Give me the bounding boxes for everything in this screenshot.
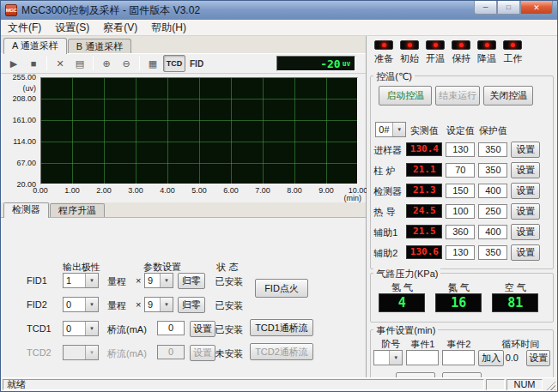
detector-measured-display: 21.3 <box>406 184 442 197</box>
nitrogen-pressure-display: 16 <box>435 293 482 312</box>
resize-grip[interactable] <box>544 379 555 390</box>
cycle-time-label: 循环时间 <box>499 338 542 351</box>
menu-file[interactable]: 文件(F) <box>1 20 48 35</box>
detector-table: 输出极性 参数设置 状 态 FID1 1 ▼ 量程 × 9 ▼ 归零 <box>1 218 366 379</box>
signal-value: -20 <box>320 57 340 70</box>
column-header-protect: 保护值 <box>476 124 509 137</box>
detector-set-button[interactable]: 设置 <box>511 183 540 199</box>
clear-button[interactable]: ✕ <box>51 55 70 72</box>
start-sampling-button[interactable]: ▶ <box>4 55 23 72</box>
dropdown-arrow-icon: ▼ <box>160 274 173 287</box>
status-led-initial: 初始 <box>399 40 420 65</box>
fid1-range-select[interactable]: 9 ▼ <box>144 273 173 288</box>
menu-view[interactable]: 察看(V) <box>96 20 144 35</box>
toolbar-separator <box>93 57 94 70</box>
snapshot-button[interactable]: ▦ <box>143 55 162 72</box>
x-tick: 7.00 <box>255 186 270 195</box>
fid2-polarity-select[interactable]: 0 ▼ <box>63 297 99 312</box>
maximize-icon: □ <box>506 3 511 11</box>
minimize-button[interactable]: ─ <box>474 1 497 15</box>
gas-label-hydrogen: 氢 气 <box>373 281 430 294</box>
fid2-range-value: 9 <box>145 298 160 311</box>
maximize-button[interactable]: □ <box>497 1 520 15</box>
led-indicator-icon <box>400 40 419 50</box>
fid1-zero-button[interactable]: 归零 <box>178 273 205 289</box>
event1-input[interactable] <box>406 350 439 365</box>
status-led-label: 保持 <box>452 52 470 65</box>
chromatogram-plot[interactable] <box>40 77 358 184</box>
bridge-current-label: 桥流(mA) <box>107 347 147 360</box>
x-tick: 2.00 <box>96 186 112 195</box>
tab-channel-a[interactable]: A 通道采样 <box>3 38 67 54</box>
dropdown-arrow-icon: ▼ <box>160 298 173 311</box>
detector-setpoint-input[interactable]: 150 <box>446 184 475 198</box>
detector-protect-input[interactable]: 400 <box>478 184 507 198</box>
status-led-cooling: 降温 <box>476 40 497 65</box>
stop-icon: ■ <box>31 58 37 69</box>
stop-sampling-button[interactable]: ■ <box>24 55 43 72</box>
aux2-protect-input[interactable]: 350 <box>478 245 507 260</box>
tab-temperature-program[interactable]: 程序升温 <box>50 203 105 217</box>
fid2-range-select[interactable]: 9 ▼ <box>144 297 173 312</box>
tcd2-bridge-input: 0 <box>157 345 185 359</box>
detector-panel: 检测器 程序升温 输出极性 参数设置 状 态 FID1 1 ▼ 量程 × <box>1 202 366 379</box>
column-oven-setpoint-input[interactable]: 70 <box>446 163 475 178</box>
menubar: 文件(F) 设置(S) 察看(V) 帮助(H) <box>1 20 557 36</box>
detector-row-label: TCD2 <box>27 347 52 358</box>
tcd-protect-input[interactable]: 250 <box>478 204 507 219</box>
injector-setpoint-input[interactable]: 130 <box>446 142 475 157</box>
range-label: 量程 <box>107 299 126 312</box>
cycle-time-set-button[interactable]: 设置 <box>526 350 550 366</box>
close-temp-control-button[interactable]: 关闭控温 <box>483 86 533 106</box>
tcd1-bridge-input[interactable]: 0 <box>157 321 185 335</box>
y-axis-unit: (uv) <box>23 84 37 93</box>
tab-channel-b[interactable]: B 通道采样 <box>68 39 131 53</box>
aux2-setpoint-input[interactable]: 130 <box>446 245 475 260</box>
x-tick: 6.00 <box>223 186 239 195</box>
zone-selector[interactable]: 0# ▼ <box>375 122 406 137</box>
aux1-measured-display: 21.5 <box>406 225 442 238</box>
app-icon: MGC <box>5 4 17 16</box>
column-oven-set-button[interactable]: 设置 <box>511 162 540 178</box>
clipboard-icon: ▤ <box>76 58 84 69</box>
aux1-set-button[interactable]: 设置 <box>511 224 540 240</box>
injector-protect-input[interactable]: 350 <box>478 142 507 157</box>
injector-measured-display: 130.4 <box>406 142 442 156</box>
aux2-set-button[interactable]: 设置 <box>511 244 540 261</box>
fid2-zero-button[interactable]: 归零 <box>178 297 205 313</box>
column-header-params: 参数设置 <box>133 261 191 274</box>
y-tick: 114.00 <box>13 137 36 146</box>
tcd2-polarity-value <box>64 346 85 359</box>
fid1-range-value: 9 <box>145 274 160 287</box>
start-temp-control-button[interactable]: 启动控温 <box>379 86 432 106</box>
y-tick: 255.00 <box>12 73 36 81</box>
column-header-setpoint: 设定值 <box>444 124 476 137</box>
aux1-setpoint-input[interactable]: 360 <box>446 225 475 239</box>
tcd-setpoint-input[interactable]: 100 <box>446 204 475 219</box>
toolbar: ▶ ■ ✕ ▤ ⊕ ⊖ ▦ TCD FID -20 uv <box>1 53 366 74</box>
range-label: 量程 <box>107 275 126 288</box>
end-run-button[interactable]: 结束运行 <box>435 86 480 106</box>
tcd-toggle-button[interactable]: TCD <box>163 55 185 72</box>
menu-help[interactable]: 帮助(H) <box>144 20 193 35</box>
temp-row-label: 热 导 <box>373 206 395 219</box>
tcd1-bridge-button[interactable]: TCD1通桥流 <box>250 319 313 336</box>
fid1-polarity-select[interactable]: 1 ▼ <box>63 273 99 288</box>
fid-ignite-button[interactable]: FID点火 <box>255 279 308 298</box>
menu-settings[interactable]: 设置(S) <box>48 20 96 35</box>
aux1-protect-input[interactable]: 400 <box>478 225 507 239</box>
column-oven-protect-input[interactable]: 350 <box>478 163 507 178</box>
minimize-icon: ─ <box>483 3 488 11</box>
injector-set-button[interactable]: 设置 <box>511 142 540 158</box>
tcd1-polarity-select[interactable]: 0 ▼ <box>63 321 99 336</box>
tab-detector[interactable]: 检测器 <box>3 202 49 218</box>
tcd-set-button[interactable]: 设置 <box>511 203 540 220</box>
copy-button[interactable]: ▤ <box>70 55 89 72</box>
event-step-select[interactable]: ▼ <box>373 350 403 365</box>
event2-input[interactable] <box>442 350 475 365</box>
image-icon: ▦ <box>149 58 157 69</box>
close-button[interactable]: ✕ <box>520 1 553 15</box>
titlebar[interactable]: MGC MGC3000控制及采样 - 固件版本 V3.02 ─ □ ✕ <box>1 1 557 20</box>
zoom-out-button[interactable]: ⊖ <box>117 55 136 72</box>
zoom-in-button[interactable]: ⊕ <box>97 55 116 72</box>
